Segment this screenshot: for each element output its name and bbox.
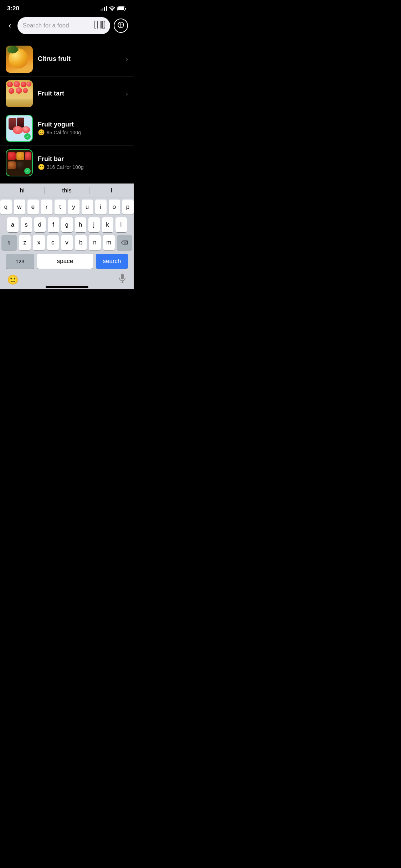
food-item-fruit-yogurt[interactable]: ✓ Fruit yogurt 😊 95 Cal for 100g <box>0 111 134 146</box>
key-r[interactable]: r <box>41 200 52 215</box>
status-icons <box>101 6 127 11</box>
key-row-2: a s d f g h j k l <box>1 217 132 232</box>
food-list: Citrus fruit › Fruit tart › ✓ <box>0 38 134 184</box>
cal-text-bar: 316 Cal for 100g <box>47 164 84 170</box>
food-item-fruit-bar[interactable]: ✓ Fruit bar 😐 316 Cal for 100g <box>0 146 134 180</box>
chevron-icon-fruit-tart: › <box>126 90 128 98</box>
food-cal-fruit-yogurt: 😊 95 Cal for 100g <box>38 129 128 136</box>
svg-rect-17 <box>94 27 95 29</box>
keyboard-rows: q w e r t y u i o p a s d f g h j k l ⇧ … <box>0 197 134 252</box>
predictive-word-1[interactable]: hi <box>0 186 44 195</box>
key-x[interactable]: x <box>33 235 45 250</box>
key-j[interactable]: j <box>88 217 100 232</box>
chevron-icon-citrus: › <box>126 56 128 63</box>
keyboard-bottom-bar: 123 space search <box>0 252 134 272</box>
key-v[interactable]: v <box>61 235 73 250</box>
back-button[interactable]: ‹ <box>6 20 14 32</box>
food-info-fruit-yogurt: Fruit yogurt 😊 95 Cal for 100g <box>38 121 128 136</box>
predictive-bar: hi this I <box>0 184 134 197</box>
search-bar[interactable]: Search for a food <box>17 17 110 34</box>
num-key[interactable]: 123 <box>6 254 34 269</box>
food-info-fruit-tart: Fruit tart <box>38 90 121 98</box>
barcode-icon[interactable] <box>94 21 105 31</box>
food-thumbnail-citrus <box>6 46 33 73</box>
key-e[interactable]: e <box>27 200 39 215</box>
svg-rect-23 <box>121 274 124 279</box>
key-m[interactable]: m <box>103 235 115 250</box>
svg-rect-5 <box>97 21 98 29</box>
predictive-word-3[interactable]: I <box>89 186 134 195</box>
emoji-key[interactable]: 🙂 <box>7 274 19 285</box>
header: ‹ Search for a food <box>0 14 134 38</box>
wifi-icon <box>109 6 115 11</box>
key-row-3: ⇧ z x c v b n m ⌫ <box>1 235 132 250</box>
key-q[interactable]: q <box>0 200 12 215</box>
food-name-fruit-tart: Fruit tart <box>38 90 121 97</box>
status-time: 3:20 <box>7 5 19 12</box>
key-n[interactable]: n <box>89 235 101 250</box>
svg-rect-2 <box>125 8 126 10</box>
key-i[interactable]: i <box>95 200 107 215</box>
svg-rect-4 <box>96 21 96 29</box>
key-s[interactable]: s <box>21 217 32 232</box>
food-info-fruit-bar: Fruit bar 😐 316 Cal for 100g <box>38 155 128 170</box>
key-g[interactable]: g <box>61 217 73 232</box>
key-d[interactable]: d <box>34 217 46 232</box>
delete-key[interactable]: ⌫ <box>117 235 132 250</box>
mic-key[interactable] <box>118 274 127 286</box>
status-bar: 3:20 <box>0 0 134 14</box>
key-f[interactable]: f <box>48 217 59 232</box>
cal-text-yogurt: 95 Cal for 100g <box>47 130 81 135</box>
key-a[interactable]: a <box>7 217 19 232</box>
svg-rect-15 <box>105 21 106 22</box>
svg-rect-19 <box>105 27 106 29</box>
svg-rect-9 <box>102 21 103 29</box>
keyboard: hi this I q w e r t y u i o p a s d f g … <box>0 184 134 289</box>
predictive-word-2[interactable]: this <box>45 186 89 195</box>
svg-rect-7 <box>100 21 101 29</box>
food-cal-fruit-bar: 😐 316 Cal for 100g <box>38 164 128 170</box>
nutrition-emoji-yogurt: 😊 <box>38 129 45 136</box>
shift-key[interactable]: ⇧ <box>1 235 17 250</box>
key-u[interactable]: u <box>82 200 93 215</box>
key-k[interactable]: k <box>102 217 113 232</box>
add-food-button[interactable] <box>114 19 128 33</box>
signal-icon <box>101 6 107 11</box>
key-p[interactable]: p <box>122 200 134 215</box>
space-key[interactable]: space <box>37 254 93 269</box>
battery-icon <box>117 6 127 11</box>
add-icon <box>118 22 124 30</box>
food-name-fruit-bar: Fruit bar <box>38 155 128 163</box>
svg-rect-13 <box>94 21 95 22</box>
food-name-citrus: Citrus fruit <box>38 55 121 63</box>
key-row-1: q w e r t y u i o p <box>1 200 132 215</box>
food-item-citrus[interactable]: Citrus fruit › <box>0 42 134 77</box>
key-b[interactable]: b <box>75 235 87 250</box>
key-t[interactable]: t <box>55 200 66 215</box>
food-item-fruit-tart[interactable]: Fruit tart › <box>0 77 134 111</box>
key-l[interactable]: l <box>115 217 127 232</box>
svg-rect-1 <box>118 7 124 10</box>
search-key[interactable]: search <box>96 254 128 269</box>
food-thumbnail-fruit-bar: ✓ <box>6 149 33 176</box>
food-name-fruit-yogurt: Fruit yogurt <box>38 121 128 128</box>
svg-rect-8 <box>101 21 102 29</box>
key-c[interactable]: c <box>47 235 59 250</box>
key-o[interactable]: o <box>109 200 120 215</box>
key-w[interactable]: w <box>14 200 25 215</box>
svg-rect-10 <box>104 21 104 29</box>
key-z[interactable]: z <box>19 235 31 250</box>
food-thumbnail-fruit-tart <box>6 80 33 107</box>
home-indicator <box>46 286 88 288</box>
svg-rect-6 <box>99 21 99 29</box>
nutrition-emoji-bar: 😐 <box>38 164 45 170</box>
food-info-citrus: Citrus fruit <box>38 55 121 63</box>
key-h[interactable]: h <box>75 217 86 232</box>
food-thumbnail-fruit-yogurt: ✓ <box>6 115 33 142</box>
key-y[interactable]: y <box>68 200 79 215</box>
search-placeholder: Search for a food <box>22 22 92 29</box>
